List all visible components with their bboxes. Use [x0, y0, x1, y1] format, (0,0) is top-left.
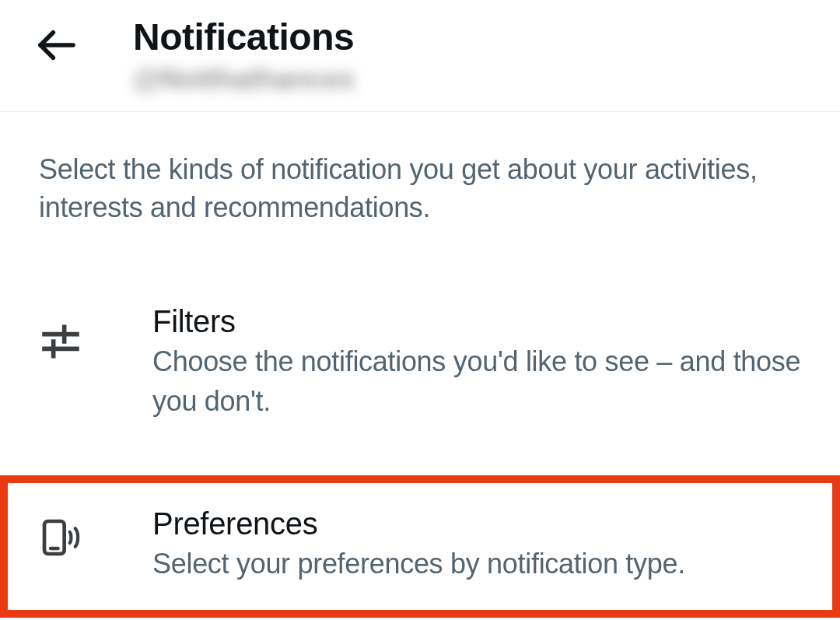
preferences-item[interactable]: Preferences Select your preferences by n… — [0, 475, 840, 618]
phone-vibrate-icon — [39, 516, 82, 559]
page-description: Select the kinds of notification you get… — [0, 112, 840, 226]
filters-description: Choose the notifications you'd like to s… — [152, 342, 801, 421]
filters-title: Filters — [152, 304, 801, 339]
settings-list: Filters Choose the notifications you'd l… — [0, 289, 840, 618]
preferences-title: Preferences — [152, 506, 685, 541]
page-subtitle: @Notthathances — [133, 63, 355, 96]
preferences-description: Select your preferences by notification … — [152, 545, 685, 583]
header: Notifications @Notthathances — [0, 0, 840, 112]
page-title: Notifications — [133, 16, 355, 58]
back-arrow-icon[interactable] — [35, 23, 79, 67]
filters-item[interactable]: Filters Choose the notifications you'd l… — [0, 289, 840, 436]
sliders-icon — [39, 320, 82, 363]
